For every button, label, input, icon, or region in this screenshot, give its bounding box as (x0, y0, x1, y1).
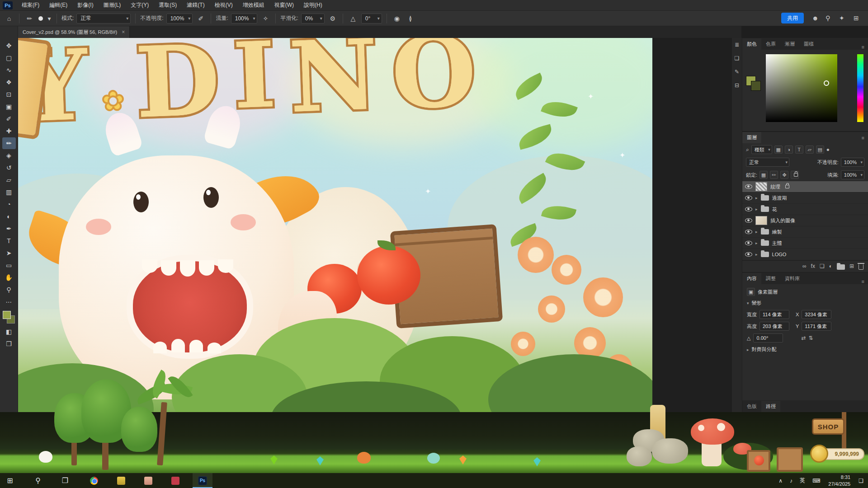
visibility-eye-icon[interactable] (745, 184, 752, 189)
brush-preset-caret-icon[interactable]: ▾ (47, 15, 52, 22)
size-pressure-icon[interactable]: ◉ (392, 15, 402, 22)
tab-layers[interactable]: 圖層 (742, 132, 761, 143)
lock-all-icon[interactable] (791, 171, 799, 179)
height-field[interactable]: 203 像素 (760, 322, 789, 331)
mode-select[interactable]: 正常 (76, 14, 131, 23)
y-field[interactable]: 1171 像素 (802, 322, 831, 331)
visibility-eye-icon[interactable] (745, 241, 752, 245)
transform-section-header[interactable]: ▾ 變形 (742, 297, 868, 309)
layer-row[interactable]: ▸ LOGO (742, 249, 868, 260)
quick-mask-button[interactable]: ◧ (2, 326, 16, 338)
taskbar-app-yellow[interactable] (111, 473, 131, 488)
history-brush-tool[interactable]: ↺ (2, 162, 16, 174)
filter-toggle-icon[interactable]: ● (826, 146, 830, 153)
opacity-pressure-icon[interactable]: ✐ (195, 15, 206, 22)
person-icon[interactable]: ☻ (812, 14, 819, 22)
task-view-button[interactable]: ❐ (55, 473, 75, 488)
saturation-brightness-field[interactable] (766, 54, 837, 122)
lasso-tool[interactable]: ∿ (2, 64, 16, 76)
smoothing-select[interactable]: 0% (301, 14, 325, 23)
adjustment-layer-icon[interactable]: ◐ (829, 263, 832, 270)
hand-tool[interactable]: ✋ (2, 272, 16, 283)
menu-plugins[interactable]: 增效模組 (238, 0, 269, 10)
taskbar-app-red[interactable] (165, 473, 185, 488)
blur-tool[interactable]: ◔ (2, 198, 16, 210)
filter-kind-select[interactable]: 種類 (751, 145, 772, 154)
flow-select[interactable]: 100% (231, 14, 258, 23)
shape-tool[interactable]: ▭ (2, 259, 16, 271)
layer-row[interactable]: ▸ 花 (742, 204, 868, 215)
type-tool[interactable]: T (2, 235, 16, 247)
visibility-eye-icon[interactable] (745, 218, 752, 223)
collapsed-panel-icon[interactable]: ⊟ (735, 82, 739, 89)
menu-type[interactable]: 文字(Y) (126, 0, 153, 10)
layer-thumbnail[interactable] (755, 216, 767, 225)
fill-select[interactable]: 100% (841, 170, 864, 179)
tab-gradients[interactable]: 漸層 (780, 38, 799, 50)
dodge-tool[interactable]: ◐ (2, 211, 16, 222)
brush-tool-icon[interactable]: ✏ (24, 15, 35, 22)
filter-type-icon[interactable]: T (795, 145, 803, 154)
layer-row[interactable]: 紋理 (742, 181, 868, 192)
foreground-color-swatch[interactable] (3, 311, 11, 319)
lock-transparency-icon[interactable]: ▦ (760, 171, 768, 179)
smoothing-gear-icon[interactable]: ⚙ (327, 15, 338, 22)
link-layers-icon[interactable]: ∞ (802, 263, 807, 270)
collapsed-panel-icon[interactable]: ✎ (735, 69, 739, 75)
tab-color[interactable]: 顏色 (742, 38, 761, 50)
edit-toolbar-button[interactable]: ⋯ (2, 296, 16, 308)
tab-swatches[interactable]: 色票 (761, 38, 780, 50)
menu-filter[interactable]: 濾鏡(T) (182, 0, 209, 10)
menu-edit[interactable]: 編輯(E) (45, 0, 72, 10)
background-color-swatch[interactable] (751, 81, 761, 91)
filter-smart-object-icon[interactable]: ▤ (816, 145, 824, 154)
layers-menu-icon[interactable]: ≡ (858, 135, 868, 141)
layer-row[interactable]: ▸ 主體 (742, 238, 868, 249)
flip-vertical-icon[interactable]: ⇅ (809, 335, 813, 341)
search-icon[interactable]: ⚲ (826, 14, 830, 22)
tab-paths[interactable]: 路徑 (761, 401, 780, 412)
group-caret-icon[interactable]: ▸ (755, 252, 758, 257)
new-layer-icon[interactable]: ⊞ (849, 263, 854, 270)
object-selection-tool[interactable]: ❖ (2, 76, 16, 88)
delete-layer-icon[interactable] (859, 264, 863, 270)
menu-file[interactable]: 檔案(F) (17, 0, 44, 10)
path-selection-tool[interactable]: ➤ (2, 247, 16, 259)
x-field[interactable]: 3234 像素 (802, 310, 831, 319)
menu-layer[interactable]: 圖層(L) (99, 0, 126, 10)
layer-row[interactable]: ▸ 過渡期 (742, 192, 868, 204)
filter-pixel-icon[interactable]: ▦ (774, 145, 783, 154)
panel-menu-icon[interactable]: ≡ (858, 279, 868, 284)
taskbar-chrome[interactable] (84, 473, 104, 488)
move-tool[interactable]: ✥ (2, 40, 16, 52)
hue-slider[interactable] (857, 54, 863, 122)
layer-opacity-select[interactable]: 100% (841, 158, 864, 167)
pen-tool[interactable]: ✒ (2, 223, 16, 235)
menu-help[interactable]: 說明(H) (299, 0, 327, 10)
brush-preset-icon[interactable] (38, 16, 43, 21)
document-tab[interactable]: Cover_v2.psd @ 58.9% (圖層 56, RGB/8#) × (18, 26, 130, 38)
home-icon[interactable]: ⌂ (4, 15, 14, 22)
visibility-eye-icon[interactable] (745, 196, 752, 200)
taskbar-photoshop[interactable]: Ps (193, 473, 212, 488)
eraser-tool[interactable]: ▱ (2, 174, 16, 186)
menu-view[interactable]: 檢視(V) (210, 0, 237, 10)
tab-channels[interactable]: 色版 (742, 401, 761, 412)
add-mask-icon[interactable]: ❏ (820, 263, 825, 270)
color-cursor[interactable] (824, 80, 829, 86)
color-swatches[interactable] (2, 311, 16, 325)
menu-select[interactable]: 選取(S) (154, 0, 181, 10)
marquee-tool[interactable]: ▢ (2, 52, 16, 64)
menu-window[interactable]: 視窗(W) (270, 0, 298, 10)
brush-tool[interactable]: ✏ (2, 137, 16, 149)
healing-brush-tool[interactable]: ✚ (2, 125, 16, 137)
visibility-eye-icon[interactable] (745, 230, 752, 234)
new-group-icon[interactable] (837, 264, 845, 270)
gradient-tool[interactable]: ▥ (2, 186, 16, 198)
tab-properties[interactable]: 內容 (742, 273, 761, 284)
tab-adjustments[interactable]: 調整 (761, 273, 780, 284)
collapsed-panel-icon[interactable]: ❏ (735, 55, 740, 61)
width-field[interactable]: 114 像素 (760, 310, 789, 319)
frame-tool[interactable]: ▣ (2, 101, 16, 113)
eyedropper-tool[interactable]: ✐ (2, 113, 16, 125)
